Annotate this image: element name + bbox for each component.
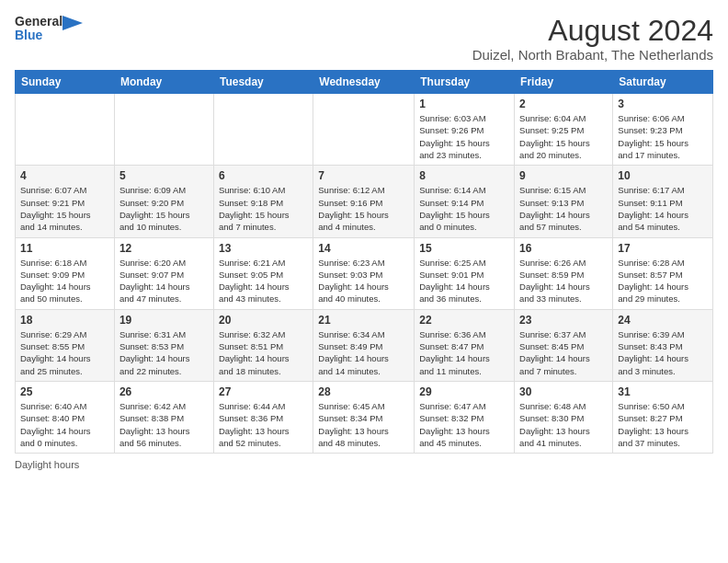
calendar-day-cell: 21Sunrise: 6:34 AMSunset: 8:49 PMDayligh…: [313, 309, 415, 381]
day-number: 8: [419, 169, 509, 182]
day-info: Sunrise: 6:17 AMSunset: 9:11 PMDaylight:…: [618, 184, 708, 233]
day-number: 4: [20, 169, 109, 182]
day-info: Sunrise: 6:44 AMSunset: 8:36 PMDaylight:…: [219, 400, 308, 449]
page-subtitle: Duizel, North Brabant, The Netherlands: [472, 47, 713, 63]
calendar-day-cell: 6Sunrise: 6:10 AMSunset: 9:18 PMDaylight…: [213, 166, 313, 237]
day-number: 26: [119, 385, 209, 398]
calendar-day-cell: 23Sunrise: 6:37 AMSunset: 8:45 PMDayligh…: [515, 309, 613, 381]
day-number: 27: [219, 385, 308, 398]
day-info: Sunrise: 6:10 AMSunset: 9:18 PMDaylight:…: [219, 184, 308, 233]
calendar-day-cell: [16, 94, 115, 166]
col-tuesday: Tuesday: [213, 71, 313, 94]
calendar-day-cell: [213, 94, 313, 166]
logo-general: General: [15, 15, 63, 29]
day-number: 21: [318, 314, 409, 327]
calendar-week-row: 18Sunrise: 6:29 AMSunset: 8:55 PMDayligh…: [16, 309, 713, 381]
calendar-day-cell: 20Sunrise: 6:32 AMSunset: 8:51 PMDayligh…: [213, 309, 313, 381]
logo-flag-icon: [63, 16, 83, 41]
day-info: Sunrise: 6:34 AMSunset: 8:49 PMDaylight:…: [318, 328, 409, 377]
day-info: Sunrise: 6:20 AMSunset: 9:07 PMDaylight:…: [119, 257, 209, 305]
header: General Blue August 2024 Duizel, North B…: [15, 15, 713, 63]
day-info: Sunrise: 6:40 AMSunset: 8:40 PMDaylight:…: [20, 400, 109, 449]
day-info: Sunrise: 6:21 AMSunset: 9:05 PMDaylight:…: [219, 257, 308, 305]
calendar-day-cell: 19Sunrise: 6:31 AMSunset: 8:53 PMDayligh…: [114, 309, 213, 381]
day-info: Sunrise: 6:18 AMSunset: 9:09 PMDaylight:…: [20, 257, 109, 305]
day-info: Sunrise: 6:09 AMSunset: 9:20 PMDaylight:…: [119, 184, 209, 233]
day-number: 25: [20, 385, 109, 398]
day-number: 18: [20, 314, 109, 327]
day-info: Sunrise: 6:04 AMSunset: 9:25 PMDaylight:…: [519, 112, 608, 161]
title-block: August 2024 Duizel, North Brabant, The N…: [472, 15, 713, 63]
day-info: Sunrise: 6:25 AMSunset: 9:01 PMDaylight:…: [419, 257, 509, 305]
calendar-day-cell: 27Sunrise: 6:44 AMSunset: 8:36 PMDayligh…: [213, 381, 313, 453]
day-number: 1: [419, 98, 509, 110]
calendar-day-cell: 7Sunrise: 6:12 AMSunset: 9:16 PMDaylight…: [313, 166, 415, 237]
day-info: Sunrise: 6:48 AMSunset: 8:30 PMDaylight:…: [519, 400, 608, 449]
day-info: Sunrise: 6:23 AMSunset: 9:03 PMDaylight:…: [318, 257, 409, 305]
day-info: Sunrise: 6:07 AMSunset: 9:21 PMDaylight:…: [20, 184, 109, 233]
calendar-day-cell: 29Sunrise: 6:47 AMSunset: 8:32 PMDayligh…: [415, 381, 515, 453]
calendar-day-cell: 2Sunrise: 6:04 AMSunset: 9:25 PMDaylight…: [515, 94, 613, 166]
day-info: Sunrise: 6:42 AMSunset: 8:38 PMDaylight:…: [119, 400, 209, 449]
day-info: Sunrise: 6:28 AMSunset: 8:57 PMDaylight:…: [618, 257, 708, 305]
svg-marker-0: [63, 16, 83, 30]
daylight-label: Daylight hours: [15, 459, 79, 470]
logo-blue: Blue: [15, 29, 63, 42]
day-number: 6: [219, 169, 308, 182]
day-info: Sunrise: 6:45 AMSunset: 8:34 PMDaylight:…: [318, 400, 409, 449]
calendar-table: Sunday Monday Tuesday Wednesday Thursday…: [15, 70, 713, 454]
calendar-day-cell: [114, 94, 213, 166]
day-info: Sunrise: 6:47 AMSunset: 8:32 PMDaylight:…: [419, 400, 509, 449]
col-wednesday: Wednesday: [313, 71, 415, 94]
day-number: 16: [519, 242, 608, 255]
col-thursday: Thursday: [415, 71, 515, 94]
calendar-day-cell: 26Sunrise: 6:42 AMSunset: 8:38 PMDayligh…: [114, 381, 213, 453]
day-number: 20: [219, 314, 308, 327]
calendar-week-row: 11Sunrise: 6:18 AMSunset: 9:09 PMDayligh…: [16, 237, 713, 309]
calendar-day-cell: 12Sunrise: 6:20 AMSunset: 9:07 PMDayligh…: [114, 237, 213, 309]
col-sunday: Sunday: [16, 71, 115, 94]
calendar-day-cell: 8Sunrise: 6:14 AMSunset: 9:14 PMDaylight…: [415, 166, 515, 237]
day-info: Sunrise: 6:36 AMSunset: 8:47 PMDaylight:…: [419, 328, 509, 377]
logo: General Blue: [15, 15, 83, 41]
day-info: Sunrise: 6:15 AMSunset: 9:13 PMDaylight:…: [519, 184, 608, 233]
day-info: Sunrise: 6:03 AMSunset: 9:26 PMDaylight:…: [419, 112, 509, 161]
calendar-week-row: 25Sunrise: 6:40 AMSunset: 8:40 PMDayligh…: [16, 381, 713, 453]
day-number: 17: [618, 242, 708, 255]
calendar-day-cell: 1Sunrise: 6:03 AMSunset: 9:26 PMDaylight…: [415, 94, 515, 166]
day-number: 31: [618, 385, 708, 398]
calendar-day-cell: 9Sunrise: 6:15 AMSunset: 9:13 PMDaylight…: [515, 166, 613, 237]
day-number: 15: [419, 242, 509, 255]
calendar-day-cell: 4Sunrise: 6:07 AMSunset: 9:21 PMDaylight…: [16, 166, 115, 237]
day-number: 30: [519, 385, 608, 398]
calendar-day-cell: 11Sunrise: 6:18 AMSunset: 9:09 PMDayligh…: [16, 237, 115, 309]
calendar-day-cell: 24Sunrise: 6:39 AMSunset: 8:43 PMDayligh…: [613, 309, 713, 381]
day-number: 29: [419, 385, 509, 398]
day-info: Sunrise: 6:29 AMSunset: 8:55 PMDaylight:…: [20, 328, 109, 377]
day-info: Sunrise: 6:39 AMSunset: 8:43 PMDaylight:…: [618, 328, 708, 377]
day-info: Sunrise: 6:06 AMSunset: 9:23 PMDaylight:…: [618, 112, 708, 161]
calendar-day-cell: 5Sunrise: 6:09 AMSunset: 9:20 PMDaylight…: [114, 166, 213, 237]
day-number: 7: [318, 169, 409, 182]
calendar-day-cell: 10Sunrise: 6:17 AMSunset: 9:11 PMDayligh…: [613, 166, 713, 237]
day-number: 19: [119, 314, 209, 327]
calendar-day-cell: 22Sunrise: 6:36 AMSunset: 8:47 PMDayligh…: [415, 309, 515, 381]
calendar-day-cell: [313, 94, 415, 166]
day-info: Sunrise: 6:12 AMSunset: 9:16 PMDaylight:…: [318, 184, 409, 233]
calendar-header-row: Sunday Monday Tuesday Wednesday Thursday…: [16, 71, 713, 94]
col-saturday: Saturday: [613, 71, 713, 94]
calendar-day-cell: 28Sunrise: 6:45 AMSunset: 8:34 PMDayligh…: [313, 381, 415, 453]
calendar-day-cell: 16Sunrise: 6:26 AMSunset: 8:59 PMDayligh…: [515, 237, 613, 309]
day-number: 12: [119, 242, 209, 255]
day-info: Sunrise: 6:26 AMSunset: 8:59 PMDaylight:…: [519, 257, 608, 305]
calendar-day-cell: 18Sunrise: 6:29 AMSunset: 8:55 PMDayligh…: [16, 309, 115, 381]
calendar-week-row: 4Sunrise: 6:07 AMSunset: 9:21 PMDaylight…: [16, 166, 713, 237]
calendar-day-cell: 25Sunrise: 6:40 AMSunset: 8:40 PMDayligh…: [16, 381, 115, 453]
col-friday: Friday: [515, 71, 613, 94]
day-info: Sunrise: 6:37 AMSunset: 8:45 PMDaylight:…: [519, 328, 608, 377]
day-info: Sunrise: 6:31 AMSunset: 8:53 PMDaylight:…: [119, 328, 209, 377]
calendar-day-cell: 14Sunrise: 6:23 AMSunset: 9:03 PMDayligh…: [313, 237, 415, 309]
day-info: Sunrise: 6:32 AMSunset: 8:51 PMDaylight:…: [219, 328, 308, 377]
calendar-day-cell: 17Sunrise: 6:28 AMSunset: 8:57 PMDayligh…: [613, 237, 713, 309]
day-number: 22: [419, 314, 509, 327]
